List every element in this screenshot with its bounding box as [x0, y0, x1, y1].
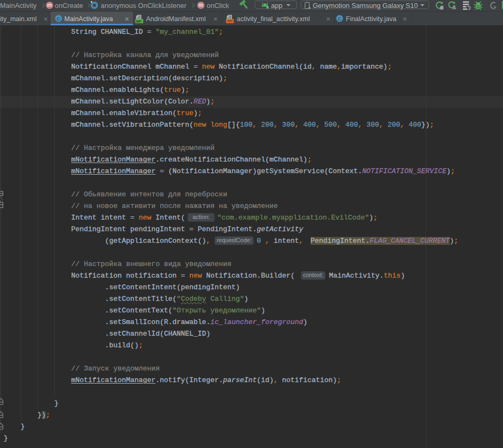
svg-text:MF: MF: [136, 19, 142, 23]
svg-text:</>: </>: [227, 19, 233, 23]
svg-text:A: A: [452, 5, 456, 10]
svg-text:C: C: [338, 16, 342, 22]
svg-text:C: C: [57, 16, 61, 22]
